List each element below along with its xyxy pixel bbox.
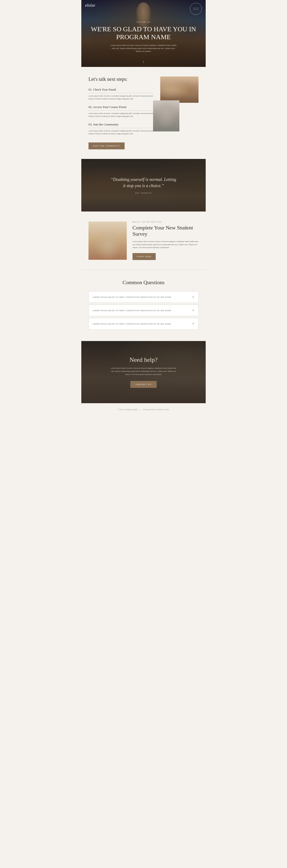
quote-author: MEL ROBBINS (135, 192, 152, 194)
brand-logo[interactable]: eloíse (85, 3, 95, 8)
quote-text: “Doubting yourself is normal. Letting it… (105, 177, 182, 189)
survey-image (88, 221, 127, 260)
faq-question-2: LOREM IPSUM DOLOR SIT AMET CONSETETUR SA… (92, 310, 171, 311)
quote-section: “Doubting yourself is normal. Letting it… (81, 159, 206, 212)
steps-layout: Let's talk next steps: 01. Check Your Em… (88, 76, 199, 149)
step-3-title: 03. Join the Community (88, 123, 153, 128)
survey-description: Lorem ipsum dolor sit amet, metus at rho… (133, 240, 199, 249)
steps-right (158, 76, 199, 149)
footer-privacy-link[interactable]: Privacy Policy & Terms of Use (143, 409, 169, 410)
step-2-description: Lorem ipsum dolor sit amet, consetetur s… (88, 112, 153, 118)
step-item-3: 03. Join the Community Lorem ipsum dolor… (88, 123, 153, 135)
scroll-down-icon: ↓ (143, 59, 144, 64)
faq-expand-icon-1: + (192, 295, 195, 299)
survey-image-inner (88, 221, 127, 260)
faq-expand-icon-2: + (192, 308, 195, 313)
survey-content: WHILE YOU'RE WAITING... Complete Your Ne… (133, 221, 199, 260)
steps-image-top-inner (160, 76, 199, 103)
contact-us-button[interactable]: CONTACT US (130, 381, 157, 388)
step-3-description: Lorem ipsum dolor sit amet, consetetur s… (88, 129, 153, 135)
faq-expand-icon-3: + (192, 322, 195, 326)
faq-question-3: LOREM IPSUM DOLOR SIT AMET CONSETETUR SA… (92, 323, 171, 325)
steps-left: Let's talk next steps: 01. Check Your Em… (88, 76, 153, 149)
step-item-2: 02. Access Your Course Portal Lorem ipsu… (88, 105, 153, 118)
steps-title: Let's talk next steps: (88, 76, 153, 82)
footer-separator: | (140, 409, 141, 410)
hero-section: eloíse FOR THECHANGE YOU'RE IN! WE'RE SO… (81, 0, 206, 67)
hero-badge: FOR THECHANGE (190, 3, 202, 15)
footer-cta-section: Need help? Lorem ipsum dolor sit amet, m… (81, 341, 206, 403)
hero-badge-text: FOR THECHANGE (193, 7, 199, 10)
join-community-button[interactable]: JOIN THE COMMUNITY (88, 143, 124, 149)
footer-bar: © Your Company Name | Privacy Policy & T… (81, 403, 206, 414)
footer-cta-description: Lorem ipsum dolor sit amet, metus at rho… (110, 367, 177, 376)
step-1-title: 01. Check Your Email (88, 88, 153, 93)
faq-question-1: LOREM IPSUM DOLOR SIT AMET CONSETETUR SA… (92, 296, 171, 298)
survey-section: WHILE YOU'RE WAITING... Complete Your Ne… (81, 212, 206, 270)
steps-image-bottom (153, 100, 179, 131)
hero-description: Lorem ipsum dolor sit amet, metus at rho… (110, 44, 177, 53)
footer-cta-title: Need help? (130, 356, 157, 364)
survey-title: Complete Your New Student Survey (133, 225, 199, 237)
steps-image-top (160, 76, 199, 103)
survey-tag: WHILE YOU'RE WAITING... (133, 221, 199, 223)
faq-title: Common Questions (88, 279, 199, 286)
hero-tag: YOU'RE IN! (91, 21, 196, 23)
steps-image-bottom-inner (153, 100, 179, 131)
faq-section: Common Questions LOREM IPSUM DOLOR SIT A… (81, 270, 206, 341)
step-item-1: 01. Check Your Email Lorem ipsum dolor s… (88, 88, 153, 100)
step-1-description: Lorem ipsum dolor sit amet, consetetur s… (88, 95, 153, 100)
hero-content: YOU'RE IN! WE'RE SO GLAD TO HAVE YOU IN … (81, 21, 206, 53)
step-2-title: 02. Access Your Course Portal (88, 105, 153, 111)
footer-copyright: © Your Company Name (118, 409, 138, 410)
faq-item-2[interactable]: LOREM IPSUM DOLOR SIT AMET CONSETETUR SA… (88, 305, 199, 316)
steps-section: Let's talk next steps: 01. Check Your Em… (81, 67, 206, 159)
faq-item-3[interactable]: LOREM IPSUM DOLOR SIT AMET CONSETETUR SA… (88, 318, 199, 330)
faq-item-1[interactable]: LOREM IPSUM DOLOR SIT AMET CONSETETUR SA… (88, 291, 199, 303)
start-now-button[interactable]: START NOW (133, 253, 156, 260)
hero-title: WE'RE SO GLAD TO HAVE YOU IN PROGRAM NAM… (91, 25, 196, 41)
